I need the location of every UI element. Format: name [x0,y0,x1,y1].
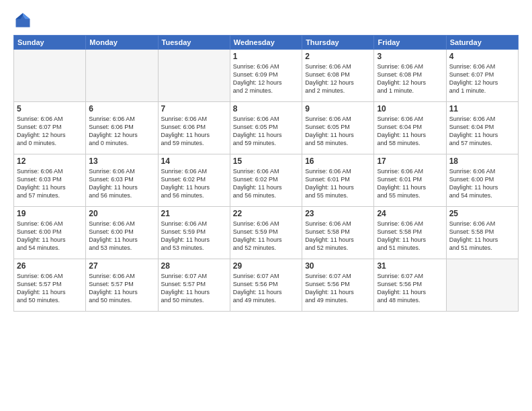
day-cell: 9Sunrise: 6:06 AM Sunset: 6:05 PM Daylig… [302,102,374,154]
day-cell: 29Sunrise: 6:07 AM Sunset: 5:56 PM Dayli… [230,259,302,312]
week-row-0: 1Sunrise: 6:06 AM Sunset: 6:09 PM Daylig… [14,50,519,102]
day-cell: 17Sunrise: 6:06 AM Sunset: 6:01 PM Dayli… [374,154,446,207]
day-cell: 27Sunrise: 6:06 AM Sunset: 5:57 PM Dayli… [86,259,158,312]
day-info: Sunrise: 6:06 AM Sunset: 6:00 PM Dayligh… [449,167,515,200]
day-info: Sunrise: 6:06 AM Sunset: 5:58 PM Dayligh… [449,220,515,253]
day-cell [86,50,158,102]
day-cell: 15Sunrise: 6:06 AM Sunset: 6:02 PM Dayli… [230,154,302,207]
day-info: Sunrise: 6:06 AM Sunset: 6:07 PM Dayligh… [449,62,515,95]
day-number: 2 [305,52,371,61]
weekday-header-thursday: Thursday [302,36,374,50]
day-info: Sunrise: 6:06 AM Sunset: 6:08 PM Dayligh… [377,62,443,95]
day-cell: 14Sunrise: 6:06 AM Sunset: 6:02 PM Dayli… [158,154,230,207]
day-cell: 2Sunrise: 6:06 AM Sunset: 6:08 PM Daylig… [302,50,374,102]
day-number: 19 [17,209,83,218]
day-number: 22 [233,209,299,218]
logo-icon [13,11,32,30]
day-info: Sunrise: 6:06 AM Sunset: 6:08 PM Dayligh… [305,62,371,95]
day-cell [446,259,518,312]
day-info: Sunrise: 6:06 AM Sunset: 5:58 PM Dayligh… [305,220,371,253]
day-number: 30 [305,261,371,271]
day-info: Sunrise: 6:06 AM Sunset: 6:05 PM Dayligh… [305,115,371,148]
day-number: 25 [449,209,515,218]
day-cell: 18Sunrise: 6:06 AM Sunset: 6:00 PM Dayli… [446,154,518,207]
day-cell: 30Sunrise: 6:07 AM Sunset: 5:56 PM Dayli… [302,259,374,312]
day-number: 8 [233,104,299,113]
day-number: 5 [17,104,83,113]
page: SundayMondayTuesdayWednesdayThursdayFrid… [0,0,532,411]
day-number: 28 [161,261,227,271]
day-info: Sunrise: 6:06 AM Sunset: 6:05 PM Dayligh… [233,115,299,148]
day-number: 17 [377,156,443,166]
weekday-header-tuesday: Tuesday [158,36,230,50]
week-row-1: 5Sunrise: 6:06 AM Sunset: 6:07 PM Daylig… [14,102,519,154]
day-info: Sunrise: 6:06 AM Sunset: 5:57 PM Dayligh… [17,272,83,305]
day-info: Sunrise: 6:06 AM Sunset: 6:03 PM Dayligh… [17,167,83,200]
day-cell: 22Sunrise: 6:06 AM Sunset: 5:59 PM Dayli… [230,207,302,259]
day-info: Sunrise: 6:06 AM Sunset: 5:58 PM Dayligh… [377,220,443,253]
day-cell: 7Sunrise: 6:06 AM Sunset: 6:06 PM Daylig… [158,102,230,154]
day-number: 15 [233,156,299,166]
day-info: Sunrise: 6:06 AM Sunset: 5:59 PM Dayligh… [233,220,299,253]
day-cell: 23Sunrise: 6:06 AM Sunset: 5:58 PM Dayli… [302,207,374,259]
day-cell: 13Sunrise: 6:06 AM Sunset: 6:03 PM Dayli… [86,154,158,207]
day-info: Sunrise: 6:07 AM Sunset: 5:56 PM Dayligh… [377,272,443,305]
day-number: 31 [377,261,443,271]
day-cell: 21Sunrise: 6:06 AM Sunset: 5:59 PM Dayli… [158,207,230,259]
day-number: 21 [161,209,227,218]
day-info: Sunrise: 6:07 AM Sunset: 5:56 PM Dayligh… [305,272,371,305]
calendar-table: SundayMondayTuesdayWednesdayThursdayFrid… [13,35,519,312]
day-number: 14 [161,156,227,166]
day-number: 11 [449,104,515,113]
day-number: 16 [305,156,371,166]
day-number: 24 [377,209,443,218]
day-cell [14,50,86,102]
day-cell: 8Sunrise: 6:06 AM Sunset: 6:05 PM Daylig… [230,102,302,154]
weekday-header-row: SundayMondayTuesdayWednesdayThursdayFrid… [14,36,519,50]
day-number: 1 [233,52,299,61]
weekday-header-friday: Friday [374,36,446,50]
day-info: Sunrise: 6:07 AM Sunset: 5:57 PM Dayligh… [161,272,227,305]
day-number: 10 [377,104,443,113]
day-cell: 10Sunrise: 6:06 AM Sunset: 6:04 PM Dayli… [374,102,446,154]
day-number: 13 [89,156,154,166]
day-info: Sunrise: 6:06 AM Sunset: 6:07 PM Dayligh… [17,115,83,148]
day-cell: 20Sunrise: 6:06 AM Sunset: 6:00 PM Dayli… [86,207,158,259]
day-cell: 24Sunrise: 6:06 AM Sunset: 5:58 PM Dayli… [374,207,446,259]
day-info: Sunrise: 6:06 AM Sunset: 6:09 PM Dayligh… [233,62,299,95]
day-info: Sunrise: 6:06 AM Sunset: 6:06 PM Dayligh… [161,115,227,148]
day-cell: 28Sunrise: 6:07 AM Sunset: 5:57 PM Dayli… [158,259,230,312]
week-row-2: 12Sunrise: 6:06 AM Sunset: 6:03 PM Dayli… [14,154,519,207]
weekday-header-sunday: Sunday [14,36,86,50]
day-cell: 31Sunrise: 6:07 AM Sunset: 5:56 PM Dayli… [374,259,446,312]
day-cell [158,50,230,102]
day-number: 29 [233,261,299,271]
day-info: Sunrise: 6:06 AM Sunset: 6:04 PM Dayligh… [449,115,515,148]
week-row-3: 19Sunrise: 6:06 AM Sunset: 6:00 PM Dayli… [14,207,519,259]
day-info: Sunrise: 6:07 AM Sunset: 5:56 PM Dayligh… [233,272,299,305]
day-info: Sunrise: 6:06 AM Sunset: 6:03 PM Dayligh… [89,167,154,200]
day-info: Sunrise: 6:06 AM Sunset: 6:06 PM Dayligh… [89,115,154,148]
day-number: 18 [449,156,515,166]
day-info: Sunrise: 6:06 AM Sunset: 6:00 PM Dayligh… [89,220,154,253]
day-info: Sunrise: 6:06 AM Sunset: 6:04 PM Dayligh… [377,115,443,148]
day-number: 9 [305,104,371,113]
day-number: 7 [161,104,227,113]
day-number: 6 [89,104,154,113]
day-number: 27 [89,261,154,271]
day-number: 20 [89,209,154,218]
day-cell: 11Sunrise: 6:06 AM Sunset: 6:04 PM Dayli… [446,102,518,154]
day-info: Sunrise: 6:06 AM Sunset: 6:02 PM Dayligh… [161,167,227,200]
day-info: Sunrise: 6:06 AM Sunset: 5:59 PM Dayligh… [161,220,227,253]
logo [13,11,35,30]
day-info: Sunrise: 6:06 AM Sunset: 6:01 PM Dayligh… [305,167,371,200]
day-number: 12 [17,156,83,166]
day-cell: 5Sunrise: 6:06 AM Sunset: 6:07 PM Daylig… [14,102,86,154]
day-cell: 3Sunrise: 6:06 AM Sunset: 6:08 PM Daylig… [374,50,446,102]
day-info: Sunrise: 6:06 AM Sunset: 6:02 PM Dayligh… [233,167,299,200]
day-cell: 19Sunrise: 6:06 AM Sunset: 6:00 PM Dayli… [14,207,86,259]
day-cell: 26Sunrise: 6:06 AM Sunset: 5:57 PM Dayli… [14,259,86,312]
weekday-header-monday: Monday [86,36,158,50]
day-cell: 1Sunrise: 6:06 AM Sunset: 6:09 PM Daylig… [230,50,302,102]
week-row-4: 26Sunrise: 6:06 AM Sunset: 5:57 PM Dayli… [14,259,519,312]
